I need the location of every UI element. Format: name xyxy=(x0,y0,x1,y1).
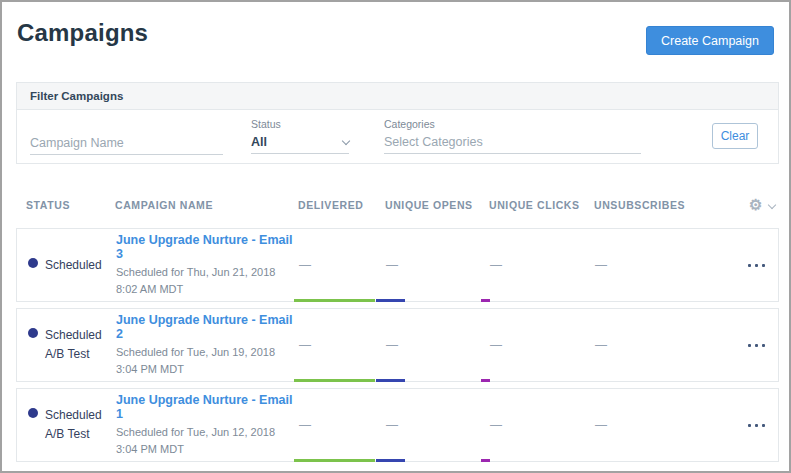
campaign-link[interactable]: June Upgrade Nurture - Email 2 xyxy=(116,313,294,341)
col-header-campaign-name: CAMPAIGN NAME xyxy=(115,199,298,211)
opens-bar xyxy=(376,299,405,302)
unique-opens-value: — xyxy=(386,258,490,272)
delivered-value: — xyxy=(299,258,386,272)
status-filter: Status All xyxy=(251,118,349,154)
categories-input[interactable] xyxy=(384,132,641,154)
clicks-bar xyxy=(481,379,490,382)
col-header-delivered: DELIVERED xyxy=(298,199,385,211)
status-cell: Scheduled xyxy=(27,256,116,275)
unique-clicks-value: — xyxy=(490,258,595,272)
status-filter-label: Status xyxy=(251,118,349,130)
col-header-status: STATUS xyxy=(26,199,115,211)
delivered-bar xyxy=(294,459,375,462)
unsubscribes-value: — xyxy=(595,338,736,352)
campaign-schedule: Scheduled for Thu, Jun 21, 2018 8:02 AM … xyxy=(116,264,294,297)
status-label: Scheduled xyxy=(45,328,102,342)
scheduled-status-icon xyxy=(28,328,38,338)
col-header-unique-clicks: UNIQUE CLICKS xyxy=(489,199,594,211)
status-cell: Scheduled A/B Test xyxy=(27,406,116,443)
filter-panel: Filter Campaigns Status All Categories C… xyxy=(16,82,779,164)
campaign-name-input[interactable] xyxy=(30,133,223,155)
campaign-name-cell: June Upgrade Nurture - Email 1 Scheduled… xyxy=(116,393,294,457)
status-select[interactable]: All xyxy=(251,132,349,154)
delivered-value: — xyxy=(299,418,386,432)
categories-filter-label: Categories xyxy=(384,118,641,130)
delivered-bar xyxy=(294,299,375,302)
chevron-down-icon xyxy=(342,136,350,144)
unique-clicks-value: — xyxy=(490,418,595,432)
status-selected-value: All xyxy=(251,135,267,149)
campaigns-page: Campaigns Create Campaign Filter Campaig… xyxy=(0,0,791,473)
col-header-unique-opens: UNIQUE OPENS xyxy=(385,199,489,211)
status-cell: Scheduled A/B Test xyxy=(27,326,116,363)
campaign-name-cell: June Upgrade Nurture - Email 2 Scheduled… xyxy=(116,313,294,377)
ellipsis-icon[interactable] xyxy=(736,424,778,427)
clicks-bar xyxy=(481,459,490,462)
ellipsis-icon[interactable] xyxy=(736,264,778,267)
chevron-down-icon[interactable] xyxy=(768,201,776,209)
status-sub-label: A/B Test xyxy=(45,427,89,441)
status-label: Scheduled xyxy=(45,408,102,422)
create-campaign-button[interactable]: Create Campaign xyxy=(646,26,774,55)
unsubscribes-value: — xyxy=(595,418,736,432)
campaign-schedule: Scheduled for Tue, Jun 12, 2018 3:04 PM … xyxy=(116,424,294,457)
campaign-name-filter xyxy=(30,133,223,155)
campaign-link[interactable]: June Upgrade Nurture - Email 1 xyxy=(116,393,294,421)
filter-panel-title: Filter Campaigns xyxy=(17,83,778,110)
delivered-value: — xyxy=(299,338,386,352)
scheduled-status-icon xyxy=(28,258,38,268)
ellipsis-icon[interactable] xyxy=(736,344,778,347)
table-row: Scheduled June Upgrade Nurture - Email 3… xyxy=(16,228,779,302)
gear-icon[interactable]: ⚙ xyxy=(749,196,763,213)
table-header: STATUS CAMPAIGN NAME DELIVERED UNIQUE OP… xyxy=(16,194,779,216)
opens-bar xyxy=(376,379,405,382)
campaign-link[interactable]: June Upgrade Nurture - Email 3 xyxy=(116,233,294,261)
filter-body: Status All Categories Clear xyxy=(17,110,778,163)
page-title: Campaigns xyxy=(17,19,148,47)
campaign-schedule: Scheduled for Tue, Jun 19, 2018 3:04 PM … xyxy=(116,344,294,377)
campaign-name-cell: June Upgrade Nurture - Email 3 Scheduled… xyxy=(116,233,294,297)
delivered-bar xyxy=(294,379,375,382)
col-header-unsubscribes: UNSUBSCRIBES xyxy=(594,199,735,211)
unique-clicks-value: — xyxy=(490,338,595,352)
clicks-bar xyxy=(481,299,490,302)
categories-filter: Categories xyxy=(384,118,641,154)
table-row: Scheduled A/B Test June Upgrade Nurture … xyxy=(16,388,779,462)
scheduled-status-icon xyxy=(28,408,38,418)
status-sub-label: A/B Test xyxy=(45,347,89,361)
table-row: Scheduled A/B Test June Upgrade Nurture … xyxy=(16,308,779,382)
unsubscribes-value: — xyxy=(595,258,736,272)
opens-bar xyxy=(376,459,405,462)
unique-opens-value: — xyxy=(386,418,490,432)
unique-opens-value: — xyxy=(386,338,490,352)
clear-filters-button[interactable]: Clear xyxy=(712,123,758,149)
status-label: Scheduled xyxy=(45,258,102,272)
